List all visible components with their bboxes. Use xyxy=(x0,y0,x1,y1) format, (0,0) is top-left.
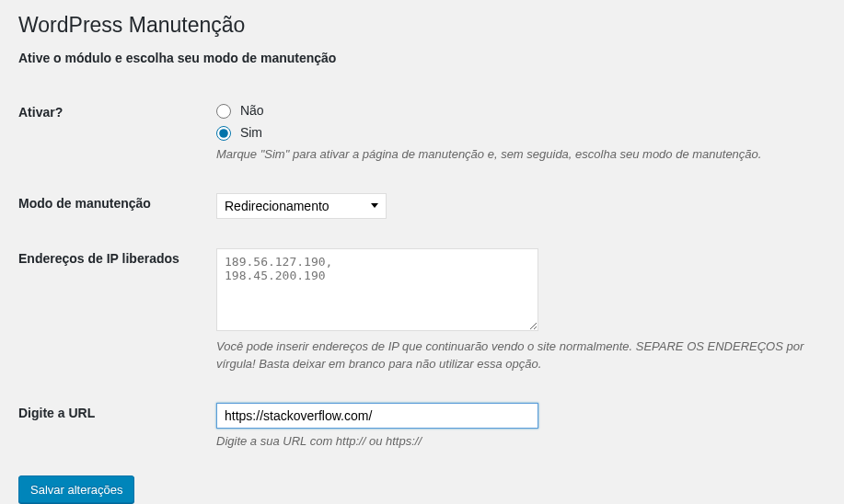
page-subtitle: Ative o módulo e escolha seu modo de man… xyxy=(18,51,826,65)
activate-radio-no[interactable] xyxy=(216,104,231,119)
activate-option-no-label[interactable]: Não xyxy=(216,102,816,120)
activate-radio-group: Não Sim xyxy=(216,102,816,142)
url-label: Digite a URL xyxy=(18,392,216,469)
activate-option-yes-label[interactable]: Sim xyxy=(216,124,816,143)
ips-textarea[interactable] xyxy=(216,248,538,331)
submit-row: Salvar alterações xyxy=(18,475,826,503)
page-title: WordPress Manutenção xyxy=(18,9,826,38)
activate-option-yes-text: Sim xyxy=(240,125,262,140)
mode-select[interactable]: Redirecionamento xyxy=(216,193,387,219)
settings-form-table: Ativar? Não Sim Marque "Sim" para ativar… xyxy=(18,91,826,468)
activate-radio-yes[interactable] xyxy=(216,126,231,141)
activate-option-no-text: Não xyxy=(240,103,264,118)
mode-label: Modo de manutenção xyxy=(18,182,216,237)
activate-label: Ativar? xyxy=(18,91,216,182)
save-button[interactable]: Salvar alterações xyxy=(18,475,134,503)
url-description: Digite a sua URL com http:// ou https:// xyxy=(216,432,816,451)
url-input[interactable] xyxy=(216,403,538,429)
ips-description: Você pode inserir endereços de IP que co… xyxy=(216,338,816,373)
activate-description: Marque "Sim" para ativar a página de man… xyxy=(216,145,816,164)
ips-label: Endereços de IP liberados xyxy=(18,237,216,392)
